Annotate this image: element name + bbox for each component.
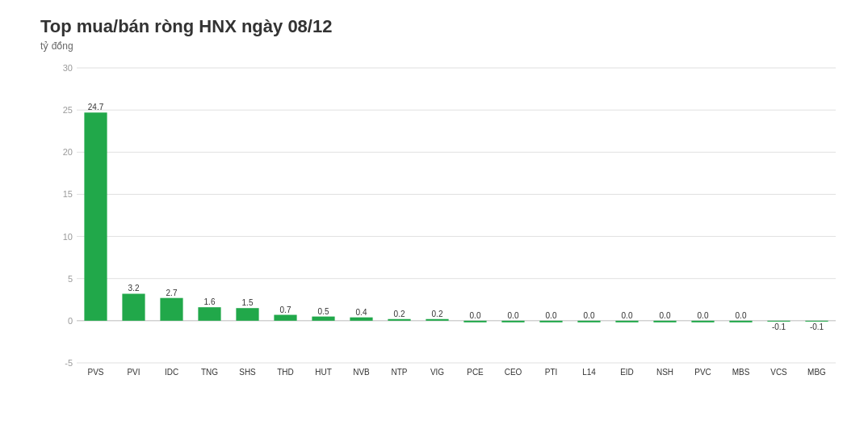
svg-text:0.0: 0.0 <box>546 311 557 320</box>
svg-rect-61 <box>653 321 676 322</box>
svg-text:VIG: VIG <box>430 368 444 377</box>
svg-text:1.5: 1.5 <box>242 298 254 307</box>
svg-text:0.7: 0.7 <box>280 305 291 314</box>
chart-container: Top mua/bán ròng HNX ngày 08/12 tỷ đồng … <box>0 0 868 434</box>
svg-text:10: 10 <box>63 232 73 242</box>
svg-rect-49 <box>501 321 524 322</box>
svg-text:30: 30 <box>63 63 73 73</box>
svg-text:0.0: 0.0 <box>622 311 633 320</box>
svg-rect-43 <box>426 319 448 321</box>
svg-rect-37 <box>350 318 372 321</box>
svg-text:3.2: 3.2 <box>128 284 140 293</box>
svg-text:L14: L14 <box>582 368 596 377</box>
svg-text:PTI: PTI <box>545 368 558 377</box>
svg-rect-16 <box>84 112 107 321</box>
svg-text:0.0: 0.0 <box>470 311 481 320</box>
svg-text:-5: -5 <box>65 358 73 368</box>
svg-text:25: 25 <box>63 105 73 115</box>
svg-text:-0.1: -0.1 <box>772 322 786 331</box>
svg-text:1.6: 1.6 <box>204 297 216 306</box>
svg-rect-46 <box>463 321 486 322</box>
svg-rect-64 <box>691 321 714 322</box>
svg-rect-70 <box>767 321 790 322</box>
svg-text:0.0: 0.0 <box>660 311 671 320</box>
svg-rect-40 <box>388 319 410 321</box>
svg-text:5: 5 <box>68 274 73 284</box>
svg-text:PCE: PCE <box>467 368 484 377</box>
svg-text:20: 20 <box>63 147 73 157</box>
svg-text:THD: THD <box>277 368 294 377</box>
svg-rect-67 <box>729 321 752 322</box>
svg-text:-0.1: -0.1 <box>810 322 824 331</box>
svg-text:NVB: NVB <box>353 368 370 377</box>
chart-area: 302520151050-524.7PVS3.2PVI2.7IDC1.6TNG1… <box>40 60 844 399</box>
svg-text:0.4: 0.4 <box>356 308 367 317</box>
svg-text:SHS: SHS <box>239 368 256 377</box>
svg-text:0.2: 0.2 <box>394 310 405 318</box>
svg-rect-22 <box>160 298 182 321</box>
svg-text:PVC: PVC <box>694 368 711 377</box>
svg-rect-55 <box>577 321 600 322</box>
svg-rect-58 <box>615 321 638 322</box>
svg-text:0.5: 0.5 <box>318 307 329 316</box>
svg-text:0.0: 0.0 <box>584 311 595 320</box>
svg-rect-28 <box>236 308 258 321</box>
svg-text:0.2: 0.2 <box>432 310 443 318</box>
svg-text:PVS: PVS <box>87 368 103 377</box>
svg-text:CEO: CEO <box>505 368 522 377</box>
svg-text:0.0: 0.0 <box>508 311 519 320</box>
svg-text:PVI: PVI <box>127 368 140 377</box>
svg-text:0: 0 <box>68 316 73 326</box>
svg-text:0.0: 0.0 <box>736 311 747 320</box>
svg-text:NSH: NSH <box>656 368 673 377</box>
svg-text:0.0: 0.0 <box>698 311 709 320</box>
svg-text:NTP: NTP <box>392 368 408 377</box>
svg-rect-19 <box>122 293 145 320</box>
svg-rect-25 <box>198 307 220 321</box>
svg-text:2.7: 2.7 <box>166 289 178 297</box>
chart-title: Top mua/bán ròng HNX ngày 08/12 <box>40 16 844 37</box>
svg-rect-34 <box>312 317 334 321</box>
svg-text:TNG: TNG <box>201 368 218 377</box>
svg-text:HUT: HUT <box>315 368 332 377</box>
chart-subtitle: tỷ đồng <box>40 40 844 52</box>
chart-svg: 302520151050-524.7PVS3.2PVI2.7IDC1.6TNG1… <box>40 60 844 399</box>
svg-text:IDC: IDC <box>165 368 178 377</box>
svg-text:24.7: 24.7 <box>88 103 104 112</box>
svg-rect-52 <box>539 321 562 322</box>
svg-rect-73 <box>805 321 828 322</box>
svg-text:15: 15 <box>63 189 73 199</box>
svg-text:MBG: MBG <box>807 368 826 377</box>
svg-text:EID: EID <box>620 368 634 377</box>
svg-text:MBS: MBS <box>732 368 750 377</box>
svg-rect-31 <box>274 315 296 321</box>
svg-text:VCS: VCS <box>770 368 787 377</box>
